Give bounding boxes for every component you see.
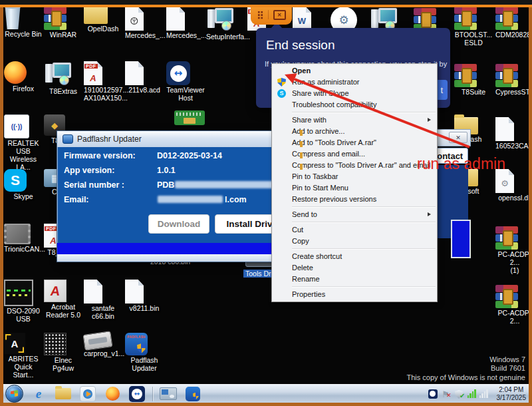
desktop-icon-teamviewer-host[interactable]: ↔TeamViewer Host (166, 61, 205, 102)
desktop-icon-pc-acdp-2[interactable]: PC-ACDP-2... (495, 285, 532, 325)
menu-item-label: Cut (292, 226, 303, 234)
desktop-icon-label: PC-ACDP-2... (495, 309, 532, 325)
taskbar-button-firefox[interactable] (103, 386, 122, 402)
menu-item-cut[interactable]: Cut (272, 224, 437, 236)
menu-item-restore-previous-versions[interactable]: Restore previous versions (272, 194, 437, 205)
tray-item-teamviewer[interactable] (428, 389, 438, 399)
menu-item-run-as-administrator[interactable]: Run as administrator (272, 77, 437, 88)
annotation-text: run as admin (417, 155, 505, 173)
desktop-icon-mercedes[interactable]: Mercedes_... (166, 7, 205, 39)
desktop-icon-label: Elnec Pg4uw (44, 356, 82, 372)
desktop-icon-setupinterfa[interactable]: SetupInterfa... (206, 7, 245, 41)
desktop-icon-v8211-bin[interactable]: v8211.bin (125, 280, 164, 312)
desktop-icon-firefox[interactable]: Firefox (4, 61, 43, 93)
frame-left (0, 7, 3, 406)
menu-item-add-to-archive[interactable]: Add to archive... (272, 126, 437, 137)
tray-item-action-center-flag[interactable]: ⚑✕ (441, 389, 451, 399)
menu-item-compress-to-tools-driver-a-rar-and-email[interactable]: Compress to "Tools Driver A.rar" and ema… (272, 160, 437, 171)
desktop-icon-santafe-c66-bin[interactable]: santafe c66.bin (84, 280, 122, 320)
menu-item-label: Create shortcut (292, 252, 342, 260)
desktop-icon-btoolst-esld[interactable]: BTOOLST... ESLD (454, 7, 493, 47)
download-button[interactable]: Download (148, 214, 209, 234)
menu-separator (292, 222, 436, 223)
menu-item-label: Compress to "Tools Driver A.rar" and ema… (292, 161, 430, 169)
desktop-icon-211v8-acd[interactable]: 211v8.acd (125, 61, 164, 94)
desktop-icon-label: 1910012597... AX10AX150... (84, 86, 122, 102)
start-button[interactable] (5, 386, 23, 402)
desktop-icon-160523car[interactable]: 160523CAR... (495, 117, 532, 150)
tray-item-security-shield[interactable]: ✔ (454, 389, 464, 399)
desktop-icon-mercedes[interactable]: ☮Mercedes_... (125, 7, 164, 39)
taskbar-button-windows-explorer[interactable] (54, 386, 72, 402)
close-icon[interactable]: ✕ (449, 132, 467, 143)
menu-item-copy[interactable]: Copy (272, 236, 437, 247)
updater-titlebar[interactable]: Padflashr Updater (57, 131, 294, 147)
desktop-icon-trioniccan[interactable]: TrionicCAN... (4, 224, 43, 253)
uac-shield-icon (277, 78, 286, 87)
menu-item-properties[interactable]: Properties (272, 289, 437, 300)
desktop-icon-cypressst[interactable]: CypressST... (495, 64, 532, 96)
menu-item-rename[interactable]: Rename (272, 274, 437, 285)
menu-item-label: Share with Skype (292, 89, 349, 97)
desktop-icon-realtek-usb-wireless-la[interactable]: ((·))REALTEK USB Wireless LA... (4, 114, 43, 171)
updater-field-app-version: App version:1.0.1 (64, 166, 290, 175)
desktop-icon-skype[interactable]: SSkype (4, 169, 43, 200)
desktop-icon-label: carprog_v1... (84, 349, 122, 357)
tray-item-network-signal-strong[interactable] (467, 389, 476, 398)
menu-item-label: Properties (292, 290, 325, 298)
menu-item-delete[interactable]: Delete (272, 262, 437, 274)
desktop-icon-dso-2090-usb[interactable]: DSO-2090 USB (4, 280, 43, 323)
menu-item-troubleshoot-compatibility[interactable]: Troubleshoot compatibility (272, 99, 437, 110)
menu-item-share-with-skype[interactable]: SShare with Skype (272, 88, 437, 99)
menu-item-send-to[interactable]: Send to (272, 209, 437, 220)
desktop-icon-carprog-v1[interactable]: carprog_v1... (84, 333, 122, 357)
menu-item-open[interactable]: Open (272, 65, 437, 77)
desktop-icon-recycle-bin[interactable]: Recycle Bin (4, 7, 43, 38)
menu-item-pin-to-start-menu[interactable]: Pin to Start Menu (272, 182, 437, 194)
tray-item-network-signal[interactable] (479, 389, 488, 398)
taskbar-button-teamviewer[interactable]: ↔ (128, 386, 146, 402)
menu-item-create-shortcut[interactable]: Create shortcut (272, 251, 437, 262)
taskbar-button-internet-explorer[interactable]: e (29, 386, 48, 402)
frame-right (529, 7, 532, 406)
desktop-icon-pcb-22[interactable] (174, 110, 213, 126)
desktop-icon-pc-acdp-2-1[interactable]: PC-ACDP-2... (1) (495, 226, 532, 274)
menu-item-share-with[interactable]: Share with (272, 114, 437, 126)
padflashr-updater-window: Padflashr Updater Firmware version:D012-… (57, 130, 295, 262)
menu-item-label: Add to "Tools Driver A.rar" (292, 138, 376, 146)
taskbar-button-device-manager[interactable] (159, 386, 178, 402)
desktop-icon-elnec-pg4uw[interactable]: Elnec Pg4uw (44, 333, 82, 372)
background-window-footer (451, 220, 471, 258)
menu-item-label: Troubleshoot compatibility (292, 101, 376, 108)
desktop-icon-label: santafe c66.bin (84, 304, 122, 320)
desktop-icon-abrites-quick-start[interactable]: AABRITES Quick Start... (4, 333, 43, 379)
desktop-icon-padflash-updater[interactable]: PADFLASHPadflash Updater (125, 333, 164, 372)
file-icon (166, 7, 185, 31)
menu-item-add-to-tools-driver-a-rar[interactable]: Add to "Tools Driver A.rar" (272, 137, 437, 148)
desktop-icon-opeldash[interactable]: OpelDash (84, 7, 122, 33)
desktop-icon-t8extras[interactable]: T8Extras (44, 61, 82, 95)
frame-bottom (0, 403, 532, 406)
internet-explorer-icon: e (36, 387, 41, 401)
desktop-icon-cdm20828[interactable]: CDM20828_... (495, 7, 532, 39)
menu-item-label: Pin to Taskbar (292, 172, 338, 180)
desktop-icon-label: T8Extras (44, 87, 82, 95)
taskbar-clock[interactable]: 2:04 PM3/17/2025 (495, 386, 530, 401)
desktop-icon-1910012597-ax10ax150[interactable]: PDFA1910012597... AX10AX150... (84, 61, 122, 102)
desktop-icon-winrar[interactable]: WinRAR (44, 7, 82, 39)
menu-item-label: Pin to Start Menu (292, 184, 348, 192)
chip-icon (4, 224, 31, 244)
drag-grip-icon[interactable] (257, 11, 263, 19)
menu-item-pin-to-taskbar[interactable]: Pin to Taskbar (272, 171, 437, 182)
desktop-icon-openssl-dll[interactable]: ⚙openssl.dll (495, 169, 532, 202)
taskbar-button-media-player[interactable] (78, 386, 97, 402)
clock-date: 3/17/2025 (497, 394, 527, 402)
end-session-icon[interactable]: ✕ (273, 10, 286, 20)
word-document-icon: W (293, 7, 311, 31)
winrar-archive-icon (454, 7, 477, 30)
desktop-icon-acrobat-reader-5-0[interactable]: AAcrobat Reader 5.0 (44, 280, 82, 319)
menu-separator (292, 286, 436, 288)
menu-item-compress-and-email[interactable]: Compress and email... (272, 148, 437, 160)
desktop-icon-t8suite[interactable]: T8Suite (454, 64, 493, 96)
taskbar-button-padflash[interactable] (184, 386, 202, 402)
